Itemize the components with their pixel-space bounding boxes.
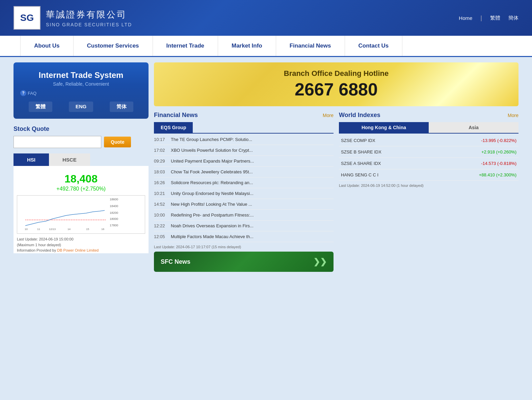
home-link[interactable]: Home [459,15,472,21]
quote-button[interactable]: Quote [104,137,131,147]
logo-text: SG [20,12,34,23]
svg-text:17800: 17800 [110,224,118,227]
last-update-time: Last Update: 2024-06-19 15:00:00 [17,236,145,242]
list-item: 10:17 The TE Group Launches PCMP: Soluti… [154,134,334,145]
list-item: 18:03 Chow Tai Fook Jewellery Celebrates… [154,167,334,177]
main-content: Internet Trade System Safe, Reliable, Co… [0,57,532,277]
eqs-tab[interactable]: EQS Group [154,122,193,133]
news-text[interactable]: Multiple Factors Made Macau Achieve th..… [171,234,254,239]
news-list: 10:17 The TE Group Launches PCMP: Soluti… [154,134,334,242]
last-update-info: Last Update: 2024-06-19 15:00:00 (Maximu… [17,236,145,253]
logo-box: SG [14,6,41,30]
stock-quote-section: Stock Quote Quote [14,125,149,148]
index-value: -14.573 (-0.818%) [481,161,516,166]
asia-tab[interactable]: Asia [429,122,518,133]
wi-last-update: Last Update: 2024-06-19 14:52:00 (1 hour… [339,183,518,188]
news-time: 10:00 [154,212,167,218]
financial-news-header: Financial News More [154,112,334,119]
sfc-arrow-icon: ❯❯ [313,257,327,266]
nav-customer-services[interactable]: Customer Services [74,36,153,56]
max-delayed: (Maximum 1 hour delayed) [17,242,145,248]
nav-internet-trade[interactable]: Internet Trade [153,36,218,56]
news-time: 12:22 [154,223,167,228]
table-row: HANG SENG C C I +88.410 (+2.300%) [339,169,518,181]
hsi-chart-svg: 18600 18400 18200 18000 17800 10 11 12/1… [19,197,123,231]
db-power-link[interactable]: DB Power Online Limited [57,248,99,252]
its-title: Internet Trade System [20,70,142,80]
news-text[interactable]: The TE Group Launches PCMP: Solutio... [171,137,252,142]
nav-market-info[interactable]: Market Info [218,36,276,56]
table-row: SZSE A SHARE IDX -14.573 (-0.818%) [339,158,518,169]
hk-china-tab[interactable]: Hong Kong & China [339,122,429,133]
news-last-update: Last Update: 2024-06-17 10:17:07 (15 min… [154,245,334,249]
nav-about-us[interactable]: About Us [20,36,74,56]
hotline-title: Branch Office Dealing Hotline [164,69,508,78]
svg-text:15: 15 [86,228,89,231]
hsce-tab[interactable]: HSCE [49,153,90,166]
world-indexes-header: World Indexes More [339,112,518,119]
hotline-banner: Branch Office Dealing Hotline 2667 6880 [154,62,518,106]
its-lang-simp[interactable]: 简体 [110,102,133,112]
its-langs: 繁體 ENG 简体 [20,102,142,112]
nav-contact-us[interactable]: Contact Us [345,36,403,56]
svg-text:10: 10 [25,228,28,231]
index-name: SZSE COMP IDX [341,138,375,143]
svg-text:18400: 18400 [110,204,118,208]
faq-link[interactable]: ? FAQ [20,90,142,96]
center-content: Branch Office Dealing Hotline 2667 6880 … [154,62,518,272]
stock-search-input[interactable] [14,136,101,148]
index-name: SZSE A SHARE IDX [341,161,381,166]
news-time: 18:03 [154,169,167,174]
company-names: 華誠證券有限公司 SINO GRADE SECURITIES LTD [46,9,132,27]
header-nav: Home | 繁體 簡体 [459,15,518,22]
world-indexes-title: World Indexes [339,112,380,119]
sfc-btn-label: SFC News [161,258,190,265]
news-text[interactable]: Unity Group Endorsed by Nestlé Malaysi..… [171,191,254,196]
left-sidebar: Internet Trade System Safe, Reliable, Co… [14,62,149,272]
financial-news-more[interactable]: More [323,113,334,118]
its-lang-eng[interactable]: ENG [69,102,94,112]
svg-text:12/13: 12/13 [49,228,56,231]
index-tabs: HSI HSCE [14,153,149,166]
eqs-tab-row: EQS Group [154,122,334,134]
hotline-number: 2667 6880 [164,79,508,99]
its-lang-trad[interactable]: 繁體 [29,102,52,112]
hsi-change: +492.780 (+2.750%) [17,186,145,192]
index-value: -13.995 (-0.822%) [481,138,516,143]
sfc-news-button[interactable]: SFC News ❯❯ [154,252,334,272]
index-name: SZSE B SHARE IDX [341,149,381,154]
news-text[interactable]: Redefining Pre- and Postpartum Fitness:.… [171,212,254,218]
table-row: SZSE B SHARE IDX +2.918 (+0.260%) [339,146,518,158]
svg-text:11: 11 [37,228,40,231]
world-indexes-more[interactable]: More [508,113,518,118]
news-time: 12:05 [154,234,167,239]
news-text[interactable]: United Payment Expands Major Partners... [171,159,254,164]
logo-area: SG 華誠證券有限公司 SINO GRADE SECURITIES LTD [14,6,132,30]
news-text[interactable]: Chow Tai Fook Jewellery Celebrates 95t..… [171,169,253,174]
nav-divider-1: | [480,15,482,22]
simp-chinese-link[interactable]: 簡体 [508,15,518,21]
news-time: 17:02 [154,148,167,153]
news-text[interactable]: Noah Drives Overseas Expansion in Firs..… [171,223,254,228]
list-item: 10:00 Redefining Pre- and Postpartum Fit… [154,210,334,221]
stock-quote-title: Stock Quote [14,125,149,133]
info-provider: Information Provided by DB Power Online … [17,248,145,253]
news-text[interactable]: XBO Unveils Powerful Solution for Crypt.… [171,148,253,153]
trad-chinese-link[interactable]: 繁體 [490,15,500,21]
index-name: HANG SENG C C I [341,172,378,177]
hsi-tab[interactable]: HSI [14,153,49,166]
nav-financial-news[interactable]: Financial News [276,36,345,56]
its-subtitle: Safe, Reliable, Convenient [20,81,142,87]
list-item: 12:22 Noah Drives Overseas Expansion in … [154,221,334,231]
news-text[interactable]: New High Profits! Looking At The Value .… [171,202,252,207]
company-name-en: SINO GRADE SECURITIES LTD [46,22,132,27]
world-index-tabs: Hong Kong & China Asia [339,122,518,134]
header: SG 華誠證券有限公司 SINO GRADE SECURITIES LTD Ho… [0,0,532,36]
news-text[interactable]: Solidcore Resources plc: Rebranding an..… [171,180,253,185]
svg-text:14: 14 [68,228,71,231]
list-item: 10:21 Unity Group Endorsed by Nestlé Mal… [154,188,334,199]
list-item: 12:05 Multiple Factors Made Macau Achiev… [154,231,334,242]
list-item: 09:29 United Payment Expands Major Partn… [154,156,334,167]
index-col: World Indexes More Hong Kong & China Asi… [339,112,518,272]
its-box: Internet Trade System Safe, Reliable, Co… [14,62,149,119]
